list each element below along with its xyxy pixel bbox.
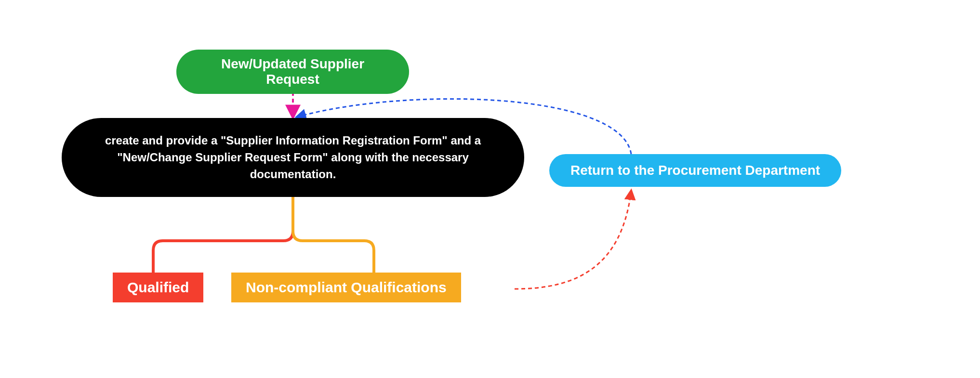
connector-create-to-noncompliant: [293, 197, 374, 273]
node-noncompliant-label: Non-compliant Qualifications: [246, 279, 447, 296]
node-create-forms-label: create and provide a "Supplier Informati…: [86, 132, 500, 182]
node-qualified: Qualified: [113, 273, 203, 302]
node-start-label: New/Updated Supplier Request: [196, 56, 390, 87]
connector-create-to-qualified: [153, 197, 293, 273]
node-qualified-label: Qualified: [127, 279, 189, 296]
connector-noncompliant-to-return: [515, 191, 631, 289]
node-create-forms: create and provide a "Supplier Informati…: [62, 118, 524, 197]
node-return-procurement: Return to the Procurement Department: [549, 154, 841, 187]
node-return-procurement-label: Return to the Procurement Department: [570, 163, 820, 178]
node-start: New/Updated Supplier Request: [176, 50, 409, 94]
node-noncompliant: Non-compliant Qualifications: [231, 273, 461, 302]
